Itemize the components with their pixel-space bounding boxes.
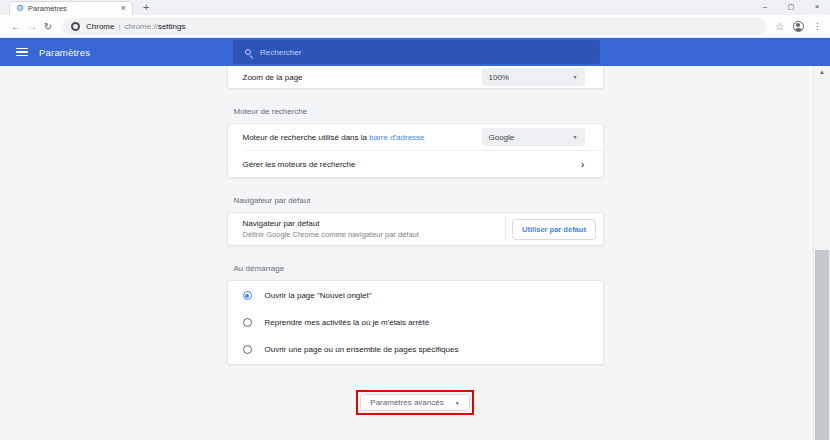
default-browser-text: Navigateur par défaut Définir Google Chr… [228,219,505,240]
dropdown-arrow-icon: ▼ [573,74,578,80]
page-zoom-value: 100% [489,73,509,82]
forward-button[interactable]: → [24,21,40,32]
default-browser-row-subtitle: Définir Google Chrome comme navigateur p… [243,230,505,239]
url-scheme: chrome:// [125,22,158,31]
search-engine-row: Moteur de recherche utilisé dans la barr… [228,124,603,150]
search-icon [245,49,251,55]
address-bar-link[interactable]: barre d'adresse [369,133,424,142]
browser-toolbar: ← → ↻ Chrome | chrome:// settings ☆ ⋮ [0,15,830,38]
back-button[interactable]: ← [8,21,24,32]
url-path: settings [158,22,186,31]
close-tab-icon[interactable]: × [121,4,126,13]
reload-button[interactable]: ↻ [40,21,56,32]
radio-unselected-icon[interactable] [243,318,252,327]
startup-option-label: Reprendre mes activités là où je m'étais… [265,318,430,327]
default-browser-card: Navigateur par défaut Définir Google Chr… [227,212,604,246]
settings-search-input[interactable]: Rechercher [233,40,600,64]
url-text: Chrome | chrome:// settings [86,22,185,31]
appearance-card-partial: Zoom de la page 100% ▼ [227,66,604,89]
address-bar[interactable]: Chrome | chrome:// settings [62,18,767,35]
search-engine-value: Google [489,133,515,142]
new-tab-button[interactable]: + [143,1,149,15]
radio-unselected-icon[interactable] [243,345,252,354]
startup-option-label: Ouvrir la page "Nouvel onglet" [265,291,372,300]
profile-avatar-icon[interactable] [793,21,804,32]
search-engine-card: Moteur de recherche utilisé dans la barr… [227,123,604,178]
manage-search-engines-label: Gérer les moteurs de recherche [243,160,581,169]
section-title-search-engine: Moteur de recherche [234,107,604,116]
use-as-default-button[interactable]: Utiliser par défaut [512,219,596,240]
scrollbar-thumb[interactable] [815,250,829,440]
search-engine-select[interactable]: Google ▼ [482,128,585,146]
settings-column: Zoom de la page 100% ▼ Moteur de recherc… [227,66,604,415]
default-browser-row-title: Navigateur par défaut [243,219,505,228]
minimize-button[interactable]: – [752,0,778,15]
tab-title: Paramètres [28,4,117,13]
advanced-settings-area: Paramètres avancés ▼ [227,390,604,415]
chrome-page-icon [71,22,80,31]
close-window-button[interactable]: × [804,0,830,15]
bookmark-star-icon[interactable]: ☆ [775,21,784,32]
startup-option-specific-pages[interactable]: Ouvrir une page ou un ensemble de pages … [228,336,603,363]
section-title-startup: Au démarrage [234,264,604,273]
startup-option-label: Ouvrir une page ou un ensemble de pages … [265,345,459,354]
dropdown-arrow-icon: ▼ [455,400,460,406]
settings-content: Zoom de la page 100% ▼ Moteur de recherc… [0,66,830,440]
advanced-settings-button[interactable]: Paramètres avancés ▼ [360,394,469,411]
default-browser-button-zone: Utiliser par défaut [506,219,603,240]
page-zoom-label: Zoom de la page [243,73,482,82]
url-site: Chrome [86,22,114,31]
manage-search-engines-row[interactable]: Gérer les moteurs de recherche › [228,151,603,177]
startup-option-new-tab[interactable]: Ouvrir la page "Nouvel onglet" [228,282,603,309]
settings-page-title: Paramètres [39,47,90,58]
dropdown-arrow-icon: ▼ [573,134,578,140]
window-controls: – ▢ × [752,0,830,15]
url-separator: | [118,22,120,31]
tab-parametres[interactable]: ⚙ Paramètres × [9,1,133,15]
radio-selected-icon[interactable] [243,291,252,300]
vertical-scrollbar[interactable]: ▲ [813,66,830,440]
toolbar-right: ☆ ⋮ [775,21,822,32]
settings-gear-favicon: ⚙ [16,4,24,13]
advanced-settings-label: Paramètres avancés [370,398,443,407]
browser-window: ⚙ Paramètres × + – ▢ × ← → ↻ Chrome | ch… [0,0,830,440]
chevron-right-icon: › [581,159,585,169]
annotation-red-box: Paramètres avancés ▼ [356,390,473,415]
startup-option-continue[interactable]: Reprendre mes activités là où je m'étais… [228,309,603,336]
section-title-default-browser: Navigateur par défaut [234,196,604,205]
menu-dots-icon[interactable]: ⋮ [813,21,822,31]
tab-strip: ⚙ Paramètres × + – ▢ × [0,0,830,15]
page-zoom-select[interactable]: 100% ▼ [482,68,585,86]
startup-card: Ouvrir la page "Nouvel onglet" Reprendre… [227,280,604,365]
search-engine-label-text: Moteur de recherche utilisé dans la [243,133,370,142]
scrollbar-up-arrow[interactable]: ▲ [814,66,830,79]
page-zoom-row: Zoom de la page 100% ▼ [228,66,603,88]
maximize-button[interactable]: ▢ [778,0,804,15]
search-engine-label: Moteur de recherche utilisé dans la barr… [243,133,482,142]
settings-header: Paramètres Rechercher [0,38,830,66]
hamburger-menu-icon[interactable] [16,48,28,57]
search-placeholder: Rechercher [260,48,301,57]
